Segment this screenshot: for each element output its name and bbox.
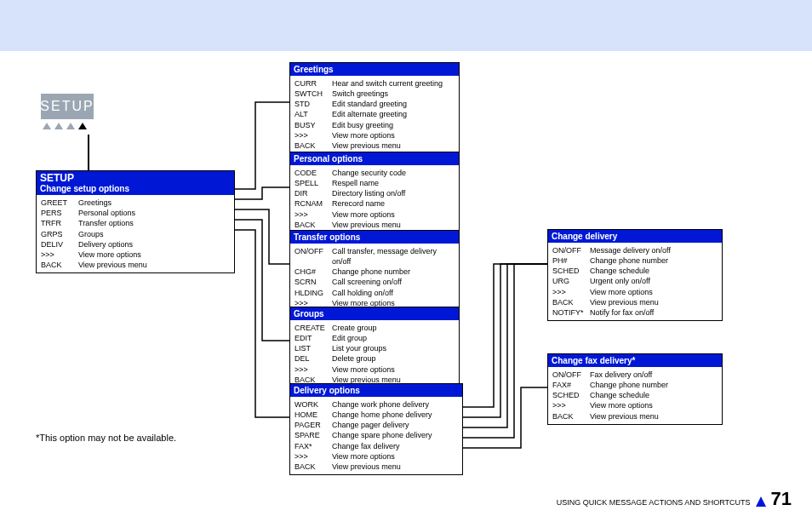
menu-item: ON/OFFCall transfer, message delivery on… — [294, 246, 455, 267]
item-description: Switch greetings — [332, 89, 388, 99]
menu-title: Change fax delivery* — [552, 356, 635, 365]
menu-item: ON/OFFFax delivery on/off — [552, 370, 718, 380]
footnote-text: *This option may not be available. — [36, 433, 176, 443]
item-code: WORK — [294, 399, 332, 410]
menu-item: ON/OFFMessage delivery on/off — [552, 245, 718, 255]
footer-caption: USING QUICK MESSAGE ACTIONS AND SHORTCUT… — [557, 498, 751, 507]
menu-item: TRFRTransfer options — [41, 218, 230, 228]
menu-header: Delivery options — [290, 384, 462, 397]
item-description: Respell name — [332, 178, 379, 188]
item-description: Rerecord name — [332, 198, 385, 209]
menu-item: STDEdit standard greeting — [294, 99, 455, 109]
item-code: BACK — [552, 411, 590, 422]
item-description: View more options — [78, 250, 141, 260]
menu-title: Personal options — [294, 154, 363, 163]
menu-header: Personal options — [290, 152, 459, 165]
menu-item: ALTEdit alternate greeting — [294, 109, 455, 119]
item-code: HOME — [294, 410, 332, 420]
menu-title: Change delivery — [552, 232, 617, 241]
menu-header: Groups — [290, 307, 459, 320]
item-description: View more options — [332, 209, 395, 220]
menu-item: PH#Change phone number — [552, 255, 718, 266]
item-code: ALT — [294, 109, 332, 119]
menu-item: SWTCHSwitch greetings — [294, 89, 455, 99]
menu-body: ON/OFFFax delivery on/offFAX#Change phon… — [548, 367, 722, 424]
item-code: DEL — [294, 353, 332, 364]
item-description: Delivery options — [78, 239, 133, 250]
item-code: >>> — [294, 130, 332, 141]
menu-item: BACKView previous menu — [41, 260, 230, 270]
item-code: BACK — [294, 220, 332, 230]
item-description: Change pager delivery — [332, 420, 409, 430]
item-code: SWTCH — [294, 89, 332, 99]
menu-item: SCHEDChange schedule — [552, 266, 718, 276]
menu-item: FAX#Change phone number — [552, 380, 718, 390]
menu-greetings: Greetings CURRHear and switch current gr… — [289, 62, 460, 154]
menu-item: >>>View more options — [294, 364, 455, 375]
menu-body: CURRHear and switch current greetingSWTC… — [290, 76, 459, 153]
menu-title: Transfer options — [294, 232, 360, 242]
item-code: BACK — [294, 462, 332, 472]
item-code: HLDING — [294, 288, 332, 298]
menu-change-fax-delivery: Change fax delivery* ON/OFFFax delivery … — [547, 353, 723, 425]
item-code: DELIV — [41, 239, 78, 250]
item-code: SCRN — [294, 277, 332, 287]
item-description: View previous menu — [590, 297, 659, 307]
item-code: >>> — [294, 451, 332, 462]
item-description: Delete group — [332, 353, 376, 364]
item-code: SPELL — [294, 178, 332, 188]
item-description: Change schedule — [590, 266, 649, 276]
item-description: Change spare phone delivery — [332, 430, 432, 440]
menu-item: BACKView previous menu — [294, 220, 455, 230]
item-description: View more options — [590, 400, 653, 410]
menu-item: BACKView previous menu — [294, 141, 455, 151]
item-description: Change fax delivery — [332, 441, 400, 451]
menu-item: NOTIFY*Notify for fax on/off — [552, 307, 718, 318]
item-description: Greetings — [78, 198, 112, 208]
menu-item: BUSYEdit busy greeting — [294, 120, 455, 130]
connector-line — [88, 135, 89, 172]
menu-item: >>>View more options — [552, 400, 718, 410]
menu-item: SCRNCall screening on/off — [294, 277, 455, 287]
triangle-icon — [66, 123, 75, 129]
menu-setup: SETUP Change setup options GREETGreeting… — [36, 170, 235, 273]
item-description: View previous menu — [590, 411, 659, 422]
item-code: CHG# — [294, 267, 332, 277]
menu-item: CREATECreate group — [294, 323, 455, 333]
menu-item: BACKView previous menu — [552, 297, 718, 307]
item-description: Edit standard greeting — [332, 99, 407, 109]
setup-icon-label: SETUP — [40, 99, 94, 114]
menu-title: Change setup options — [40, 184, 129, 193]
item-description: View previous menu — [78, 260, 147, 270]
item-code: ON/OFF — [552, 370, 590, 380]
menu-item: URGUrgent only on/off — [552, 276, 718, 286]
menu-item: SPAREChange spare phone delivery — [294, 430, 458, 440]
item-description: Edit alternate greeting — [332, 109, 407, 119]
item-code: >>> — [552, 400, 590, 410]
page-number: 71 — [771, 488, 792, 510]
item-description: Change schedule — [590, 390, 649, 400]
menu-item: >>>View more options — [294, 209, 455, 220]
item-description: Urgent only on/off — [590, 276, 650, 286]
menu-item: PERSPersonal options — [41, 208, 230, 218]
menu-item: DELIVDelivery options — [41, 239, 230, 250]
menu-item: BACKView previous menu — [552, 411, 718, 422]
item-code: CURR — [294, 78, 332, 89]
nav-triangles — [43, 123, 87, 129]
page-footer: USING QUICK MESSAGE ACTIONS AND SHORTCUT… — [557, 488, 792, 510]
item-description: Change phone number — [590, 380, 668, 390]
menu-item: WORKChange work phone delivery — [294, 399, 458, 410]
item-description: Call holding on/off — [332, 288, 393, 298]
item-code: >>> — [552, 287, 590, 297]
menu-item: GREETGreetings — [41, 198, 230, 208]
menu-item: LISTList your groups — [294, 343, 455, 353]
menu-item: >>>View more options — [294, 130, 455, 141]
item-description: Change work phone delivery — [332, 399, 429, 410]
item-description: Fax delivery on/off — [590, 370, 652, 380]
menu-title-top: SETUP — [40, 173, 231, 184]
item-code: SPARE — [294, 430, 332, 440]
menu-title: Groups — [294, 309, 324, 318]
item-description: View more options — [332, 130, 395, 141]
item-code: >>> — [294, 364, 332, 375]
item-code: PAGER — [294, 420, 332, 430]
